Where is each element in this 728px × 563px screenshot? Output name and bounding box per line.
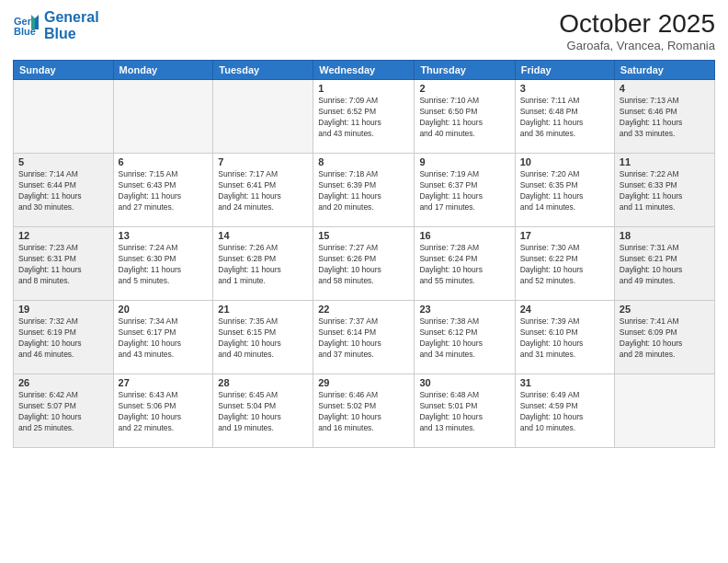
week-row-2: 5Sunrise: 7:14 AMSunset: 6:44 PMDaylight… bbox=[14, 154, 715, 227]
location: Garoafa, Vrancea, Romania bbox=[559, 39, 715, 52]
day-info: Sunrise: 7:34 AMSunset: 6:17 PMDaylight:… bbox=[119, 316, 209, 361]
day-info: Sunrise: 7:41 AMSunset: 6:09 PMDaylight:… bbox=[620, 316, 710, 361]
calendar-cell: 27Sunrise: 6:43 AMSunset: 5:06 PMDayligh… bbox=[113, 374, 213, 448]
day-info: Sunrise: 7:19 AMSunset: 6:37 PMDaylight:… bbox=[419, 169, 509, 213]
day-info: Sunrise: 6:46 AMSunset: 5:02 PMDaylight:… bbox=[318, 390, 409, 434]
col-header-thursday: Thursday bbox=[415, 61, 515, 80]
day-number: 26 bbox=[18, 377, 108, 388]
day-number: 2 bbox=[419, 83, 509, 94]
day-number: 13 bbox=[119, 230, 209, 241]
calendar-cell: 15Sunrise: 7:27 AMSunset: 6:26 PMDayligh… bbox=[313, 227, 415, 301]
calendar-cell: 4Sunrise: 7:13 AMSunset: 6:46 PMDaylight… bbox=[614, 80, 714, 154]
calendar-cell: 26Sunrise: 6:42 AMSunset: 5:07 PMDayligh… bbox=[14, 374, 114, 448]
day-info: Sunrise: 7:32 AMSunset: 6:19 PMDaylight:… bbox=[18, 316, 108, 361]
calendar-cell: 14Sunrise: 7:26 AMSunset: 6:28 PMDayligh… bbox=[213, 227, 313, 301]
day-info: Sunrise: 7:30 AMSunset: 6:22 PMDaylight:… bbox=[520, 243, 609, 287]
day-info: Sunrise: 7:37 AMSunset: 6:14 PMDaylight:… bbox=[318, 316, 409, 361]
day-info: Sunrise: 7:11 AMSunset: 6:48 PMDaylight:… bbox=[520, 96, 609, 140]
logo-icon: General Blue bbox=[13, 13, 39, 39]
week-row-5: 26Sunrise: 6:42 AMSunset: 5:07 PMDayligh… bbox=[14, 374, 715, 448]
day-number: 30 bbox=[419, 377, 509, 388]
calendar-cell: 8Sunrise: 7:18 AMSunset: 6:39 PMDaylight… bbox=[313, 154, 415, 227]
day-number: 9 bbox=[419, 156, 509, 167]
calendar-cell: 10Sunrise: 7:20 AMSunset: 6:35 PMDayligh… bbox=[515, 154, 614, 227]
day-info: Sunrise: 7:17 AMSunset: 6:41 PMDaylight:… bbox=[218, 169, 308, 213]
calendar-cell: 5Sunrise: 7:14 AMSunset: 6:44 PMDaylight… bbox=[14, 154, 114, 227]
day-number: 31 bbox=[520, 377, 609, 388]
day-info: Sunrise: 7:27 AMSunset: 6:26 PMDaylight:… bbox=[318, 243, 409, 287]
calendar-cell: 20Sunrise: 7:34 AMSunset: 6:17 PMDayligh… bbox=[113, 301, 213, 374]
col-header-tuesday: Tuesday bbox=[213, 61, 313, 80]
day-number: 1 bbox=[318, 83, 409, 94]
day-info: Sunrise: 6:42 AMSunset: 5:07 PMDaylight:… bbox=[18, 390, 108, 434]
day-info: Sunrise: 7:28 AMSunset: 6:24 PMDaylight:… bbox=[419, 243, 509, 287]
calendar-cell: 24Sunrise: 7:39 AMSunset: 6:10 PMDayligh… bbox=[515, 301, 614, 374]
day-number: 21 bbox=[218, 304, 308, 315]
day-number: 5 bbox=[18, 156, 108, 167]
calendar-cell: 31Sunrise: 6:49 AMSunset: 4:59 PMDayligh… bbox=[515, 374, 614, 448]
day-number: 22 bbox=[318, 304, 409, 315]
day-number: 27 bbox=[119, 377, 209, 388]
col-header-saturday: Saturday bbox=[614, 61, 714, 80]
day-number: 25 bbox=[620, 304, 710, 315]
week-row-4: 19Sunrise: 7:32 AMSunset: 6:19 PMDayligh… bbox=[14, 301, 715, 374]
calendar-cell: 18Sunrise: 7:31 AMSunset: 6:21 PMDayligh… bbox=[614, 227, 714, 301]
day-number: 6 bbox=[119, 156, 209, 167]
month-title: October 2025 bbox=[559, 9, 715, 39]
calendar-cell: 9Sunrise: 7:19 AMSunset: 6:37 PMDaylight… bbox=[415, 154, 515, 227]
day-info: Sunrise: 7:09 AMSunset: 6:52 PMDaylight:… bbox=[318, 96, 409, 140]
day-number: 16 bbox=[419, 230, 509, 241]
day-number: 28 bbox=[218, 377, 308, 388]
calendar-header-row: SundayMondayTuesdayWednesdayThursdayFrid… bbox=[14, 61, 715, 80]
calendar-cell: 3Sunrise: 7:11 AMSunset: 6:48 PMDaylight… bbox=[515, 80, 614, 154]
calendar-cell: 25Sunrise: 7:41 AMSunset: 6:09 PMDayligh… bbox=[614, 301, 714, 374]
calendar-cell bbox=[113, 80, 213, 154]
day-number: 24 bbox=[520, 304, 609, 315]
col-header-sunday: Sunday bbox=[14, 61, 114, 80]
day-number: 8 bbox=[318, 156, 409, 167]
calendar-cell: 11Sunrise: 7:22 AMSunset: 6:33 PMDayligh… bbox=[614, 154, 714, 227]
calendar-cell: 21Sunrise: 7:35 AMSunset: 6:15 PMDayligh… bbox=[213, 301, 313, 374]
day-info: Sunrise: 7:13 AMSunset: 6:46 PMDaylight:… bbox=[620, 96, 710, 140]
calendar-cell bbox=[614, 374, 714, 448]
calendar-cell: 28Sunrise: 6:45 AMSunset: 5:04 PMDayligh… bbox=[213, 374, 313, 448]
day-info: Sunrise: 7:10 AMSunset: 6:50 PMDaylight:… bbox=[419, 96, 509, 140]
day-info: Sunrise: 6:48 AMSunset: 5:01 PMDaylight:… bbox=[419, 390, 509, 434]
calendar-cell: 13Sunrise: 7:24 AMSunset: 6:30 PMDayligh… bbox=[113, 227, 213, 301]
day-number: 19 bbox=[18, 304, 108, 315]
day-info: Sunrise: 7:20 AMSunset: 6:35 PMDaylight:… bbox=[520, 169, 609, 213]
day-info: Sunrise: 7:22 AMSunset: 6:33 PMDaylight:… bbox=[620, 169, 710, 213]
page: General Blue General Blue October 2025 G… bbox=[0, 0, 728, 563]
day-number: 20 bbox=[119, 304, 209, 315]
day-number: 10 bbox=[520, 156, 609, 167]
day-info: Sunrise: 6:43 AMSunset: 5:06 PMDaylight:… bbox=[119, 390, 209, 434]
day-info: Sunrise: 7:18 AMSunset: 6:39 PMDaylight:… bbox=[318, 169, 409, 213]
day-number: 29 bbox=[318, 377, 409, 388]
calendar-cell bbox=[14, 80, 114, 154]
logo: General Blue General Blue bbox=[13, 9, 99, 41]
day-info: Sunrise: 7:39 AMSunset: 6:10 PMDaylight:… bbox=[520, 316, 609, 361]
day-number: 17 bbox=[520, 230, 609, 241]
day-info: Sunrise: 7:31 AMSunset: 6:21 PMDaylight:… bbox=[620, 243, 710, 287]
week-row-1: 1Sunrise: 7:09 AMSunset: 6:52 PMDaylight… bbox=[14, 80, 715, 154]
day-number: 4 bbox=[620, 83, 710, 94]
calendar-cell: 30Sunrise: 6:48 AMSunset: 5:01 PMDayligh… bbox=[415, 374, 515, 448]
calendar-cell: 16Sunrise: 7:28 AMSunset: 6:24 PMDayligh… bbox=[415, 227, 515, 301]
day-number: 11 bbox=[620, 156, 710, 167]
day-number: 15 bbox=[318, 230, 409, 241]
logo-text: General bbox=[44, 9, 99, 26]
calendar-cell: 1Sunrise: 7:09 AMSunset: 6:52 PMDaylight… bbox=[313, 80, 415, 154]
calendar-cell: 6Sunrise: 7:15 AMSunset: 6:43 PMDaylight… bbox=[113, 154, 213, 227]
calendar-cell: 29Sunrise: 6:46 AMSunset: 5:02 PMDayligh… bbox=[313, 374, 415, 448]
calendar-cell: 19Sunrise: 7:32 AMSunset: 6:19 PMDayligh… bbox=[14, 301, 114, 374]
calendar-cell: 12Sunrise: 7:23 AMSunset: 6:31 PMDayligh… bbox=[14, 227, 114, 301]
day-info: Sunrise: 7:26 AMSunset: 6:28 PMDaylight:… bbox=[218, 243, 308, 287]
title-block: October 2025 Garoafa, Vrancea, Romania bbox=[559, 9, 715, 52]
day-info: Sunrise: 7:24 AMSunset: 6:30 PMDaylight:… bbox=[119, 243, 209, 287]
day-number: 3 bbox=[520, 83, 609, 94]
calendar-cell bbox=[213, 80, 313, 154]
day-info: Sunrise: 7:35 AMSunset: 6:15 PMDaylight:… bbox=[218, 316, 308, 361]
day-number: 14 bbox=[218, 230, 308, 241]
day-info: Sunrise: 6:49 AMSunset: 4:59 PMDaylight:… bbox=[520, 390, 609, 434]
day-info: Sunrise: 7:15 AMSunset: 6:43 PMDaylight:… bbox=[119, 169, 209, 213]
